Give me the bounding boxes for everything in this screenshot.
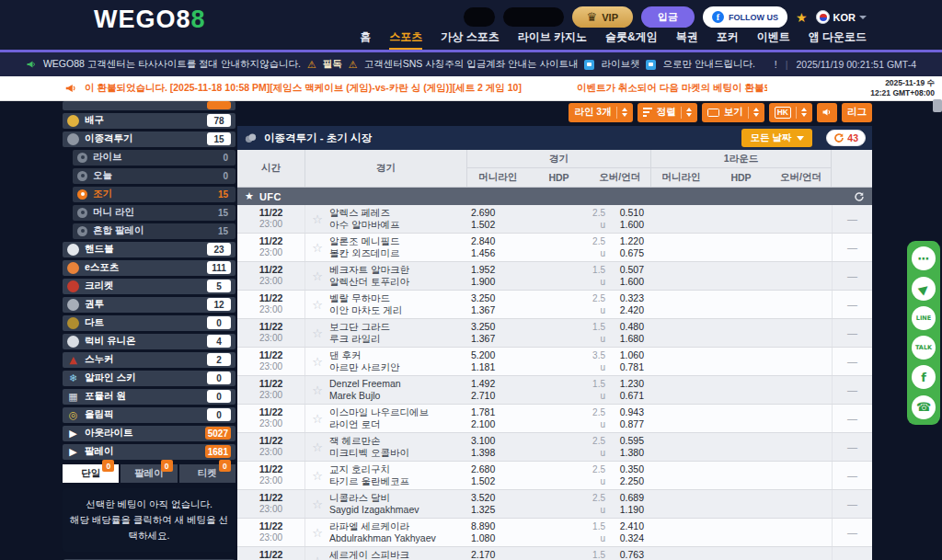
favorite-star-icon[interactable]: ☆: [305, 319, 329, 347]
sidebar-sport-item[interactable]: 이종격투기 15: [63, 131, 236, 148]
over-under-odds[interactable]: 2.50.323 u2.420: [585, 291, 651, 318]
round1-over-under-odds[interactable]: [769, 547, 832, 560]
over-under-odds[interactable]: 1.50.507 u1.600: [585, 262, 651, 290]
kakaotalk-icon[interactable]: TALK: [912, 336, 936, 360]
round1-moneyline-odds[interactable]: [651, 234, 710, 261]
round1-over-under-odds[interactable]: [769, 262, 832, 290]
round1-moneyline-odds[interactable]: [651, 405, 710, 432]
round1-over-under-odds[interactable]: [769, 462, 832, 489]
favorite-star-icon[interactable]: ☆: [305, 519, 329, 546]
moneyline-odds[interactable]: 3.250 1.367: [467, 319, 526, 347]
over-under-odds[interactable]: 1.52.410 u0.324: [585, 519, 651, 546]
handicap-odds[interactable]: [526, 234, 585, 261]
over-under-odds[interactable]: 3.51.060 u0.781: [585, 348, 651, 375]
sidebar-sport-item[interactable]: 다트 0: [63, 315, 236, 332]
sidebar-sport-item[interactable]: 핸드볼 23: [63, 242, 236, 258]
round1-handicap-odds[interactable]: [710, 262, 769, 290]
handicap-odds[interactable]: [526, 205, 585, 233]
handicap-odds[interactable]: [526, 547, 585, 560]
more-markets-button[interactable]: —: [832, 319, 872, 347]
round1-handicap-odds[interactable]: [710, 547, 769, 560]
round1-over-under-odds[interactable]: [769, 205, 832, 233]
vip-button[interactable]: ♛ VIP: [572, 6, 633, 28]
sidebar-sport-item[interactable]: ▲ 스누커 2: [63, 352, 236, 369]
round1-over-under-odds[interactable]: [769, 234, 832, 261]
favorite-star-icon[interactable]: ☆: [305, 376, 329, 404]
moneyline-odds[interactable]: 3.520 1.325: [467, 490, 526, 518]
lines-filter-button[interactable]: 라인 3개: [569, 103, 632, 122]
nav-item[interactable]: 복권: [676, 29, 698, 50]
scrollbar-thumb[interactable]: [933, 99, 942, 112]
sound-toggle-button[interactable]: [817, 103, 837, 122]
sort-filter-button[interactable]: 정렬: [638, 103, 697, 122]
livechat-icon[interactable]: ⋯: [912, 246, 936, 270]
round1-handicap-odds[interactable]: [710, 433, 769, 461]
over-under-odds[interactable]: 1.51.230 u0.671: [585, 376, 651, 404]
odds-format-button[interactable]: HK: [769, 103, 812, 122]
over-under-odds[interactable]: 1.50.763 u: [585, 547, 651, 560]
sidebar-sport-item[interactable]: 머니 라인 15: [73, 205, 236, 222]
refresh-icon[interactable]: [854, 191, 865, 202]
betslip-tab[interactable]: 단일 0: [63, 464, 119, 483]
moneyline-odds[interactable]: 1.952 1.900: [467, 262, 526, 290]
sidebar-sport-item[interactable]: [63, 101, 236, 110]
round1-moneyline-odds[interactable]: [651, 291, 710, 318]
moneyline-odds[interactable]: 3.100 1.398: [467, 433, 526, 461]
over-under-odds[interactable]: 2.50.510 u1.600: [585, 205, 651, 233]
round1-over-under-odds[interactable]: [769, 433, 832, 461]
round1-over-under-odds[interactable]: [769, 348, 832, 375]
sidebar-sport-item[interactable]: ▦ 포뮬러 원 0: [63, 389, 236, 406]
round1-moneyline-odds[interactable]: [651, 205, 710, 233]
sidebar-sport-item[interactable]: 크리켓 5: [63, 279, 236, 295]
language-selector[interactable]: KOR: [816, 10, 867, 24]
round1-moneyline-odds[interactable]: [651, 462, 710, 489]
favorite-star-icon[interactable]: ☆: [305, 348, 329, 375]
moneyline-odds[interactable]: 1.781 2.100: [467, 405, 526, 432]
handicap-odds[interactable]: [526, 490, 585, 518]
favorite-star-icon[interactable]: ☆: [305, 291, 329, 318]
more-markets-button[interactable]: —: [832, 205, 872, 233]
favorite-star-icon[interactable]: ☆: [305, 547, 329, 560]
handicap-odds[interactable]: [526, 348, 585, 375]
round1-moneyline-odds[interactable]: [651, 433, 710, 461]
sidebar-sport-item[interactable]: 권투 12: [63, 297, 236, 314]
sidebar-sport-item[interactable]: ❄ 알파인 스키 0: [63, 371, 236, 387]
round1-handicap-odds[interactable]: [710, 405, 769, 432]
sidebar-sport-item[interactable]: e스포츠 111: [63, 260, 236, 277]
round1-over-under-odds[interactable]: [769, 291, 832, 318]
more-markets-button[interactable]: —: [832, 462, 872, 489]
moneyline-odds[interactable]: 2.680 1.502: [467, 462, 526, 489]
round1-over-under-odds[interactable]: [769, 319, 832, 347]
nav-item[interactable]: 포커: [717, 29, 739, 50]
moneyline-odds[interactable]: 8.890 1.080: [467, 519, 526, 546]
handicap-odds[interactable]: [526, 262, 585, 290]
round1-over-under-odds[interactable]: [769, 405, 832, 432]
more-markets-button[interactable]: —: [832, 490, 872, 518]
round1-handicap-odds[interactable]: [710, 291, 769, 318]
handicap-odds[interactable]: [526, 405, 585, 432]
sidebar-sport-item[interactable]: 배구 78: [63, 113, 236, 130]
more-markets-button[interactable]: —: [832, 405, 872, 432]
handicap-odds[interactable]: [526, 376, 585, 404]
phone-icon[interactable]: ☎: [912, 395, 936, 419]
more-markets-button[interactable]: —: [832, 376, 872, 404]
view-filter-button[interactable]: 보기: [702, 103, 764, 122]
more-markets-button[interactable]: —: [832, 547, 872, 560]
round1-over-under-odds[interactable]: [769, 519, 832, 546]
telegram-icon[interactable]: ▶: [912, 277, 936, 301]
nav-item[interactable]: 앱 다운로드: [809, 29, 867, 50]
sidebar-sport-item[interactable]: ▶ 팔레이 1681: [63, 444, 236, 461]
more-markets-button[interactable]: —: [832, 433, 872, 461]
sidebar-sport-item[interactable]: 혼합 팔레이 15: [73, 223, 236, 240]
round1-handicap-odds[interactable]: [710, 205, 769, 233]
more-markets-button[interactable]: —: [832, 234, 872, 261]
over-under-odds[interactable]: 2.50.350 u2.250: [585, 462, 651, 489]
round1-handicap-odds[interactable]: [710, 319, 769, 347]
round1-handicap-odds[interactable]: [710, 348, 769, 375]
facebook-icon[interactable]: f: [912, 365, 936, 389]
date-filter-button[interactable]: 모든 날짜: [741, 129, 812, 147]
favorite-star-icon[interactable]: ☆: [305, 205, 329, 233]
moneyline-odds[interactable]: 1.492 2.710: [467, 376, 526, 404]
favorite-star-icon[interactable]: ☆: [305, 405, 329, 432]
more-markets-button[interactable]: —: [832, 348, 872, 375]
